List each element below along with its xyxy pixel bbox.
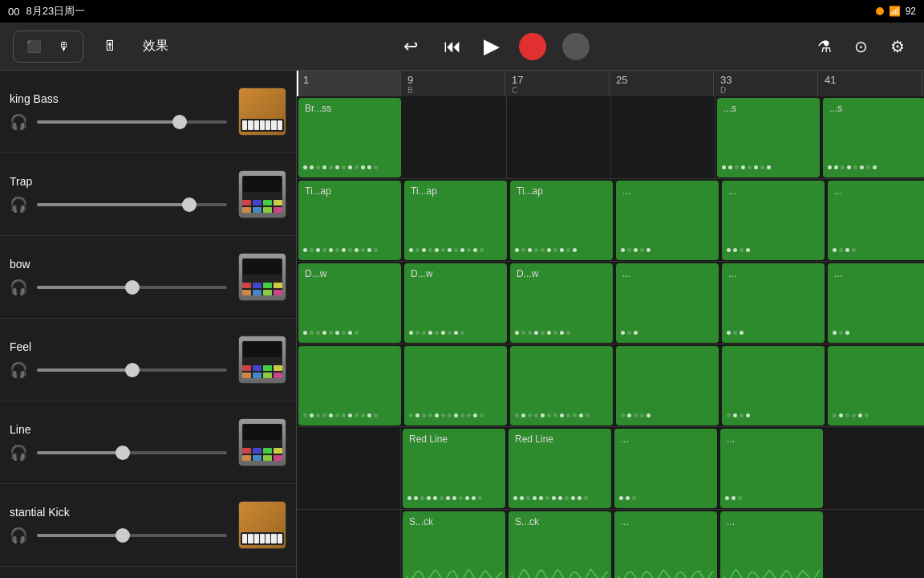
seq-row-3 [297, 344, 924, 427]
seq-cell-5-0[interactable] [297, 510, 401, 578]
status-time: 00 [8, 6, 19, 18]
seq-cell-4-2[interactable]: Red Line [509, 429, 611, 508]
track-controls-0: 🎧 [10, 113, 230, 131]
seq-cell-4-0[interactable] [297, 427, 401, 510]
seq-cell-0-2[interactable] [507, 96, 611, 179]
seq-cell-1-1[interactable]: Ti...ap [404, 181, 507, 260]
track-headphone-2[interactable]: 🎧 [10, 279, 27, 296]
cell-label-4-1: Red Line [409, 434, 448, 445]
seq-cell-5-5[interactable] [825, 510, 924, 578]
cell-label-2-0: D...w [305, 268, 326, 279]
track-slider-5[interactable] [37, 534, 227, 537]
cell-label-1-3: ... [622, 185, 630, 197]
effects-label: 效果 [143, 38, 168, 55]
loop-button[interactable] [562, 33, 590, 60]
seq-cell-1-2[interactable]: Ti...ap [510, 181, 613, 260]
seq-cell-2-4[interactable]: ... [722, 263, 825, 343]
seq-cell-5-2[interactable]: S...ck [509, 511, 611, 578]
cell-label-2-2: D...w [517, 268, 538, 279]
seq-cell-3-0[interactable] [298, 346, 401, 425]
track-controls-3: 🎧 [10, 361, 230, 379]
cell-label-5-1: S...ck [409, 516, 433, 527]
cell-dots-4-2 [513, 496, 606, 500]
seq-cell-1-3[interactable]: ... [616, 181, 719, 260]
cell-dots-2-3 [621, 331, 714, 335]
layout-button[interactable]: ⬛ [20, 35, 48, 59]
seq-cell-1-0[interactable]: Ti...ap [298, 181, 401, 260]
seq-row-4: Red LineRed Line......Red Line [297, 427, 924, 510]
track-slider-0[interactable] [37, 120, 227, 124]
track-thumbnail-3 [238, 336, 286, 384]
effects-button[interactable]: 效果 [136, 33, 175, 59]
headphone-button[interactable]: ⊙ [848, 32, 874, 61]
seq-cell-0-4[interactable]: ...s [717, 98, 820, 177]
cell-dots-2-2 [515, 331, 608, 335]
seq-cell-4-1[interactable]: Red Line [403, 429, 505, 508]
track-row-0: king Bass🎧 [0, 71, 296, 153]
seq-cell-0-1[interactable] [403, 96, 507, 179]
track-info-1: Trap🎧 [10, 175, 230, 214]
eq-icon: 🎚 [103, 38, 117, 55]
record-button[interactable] [519, 33, 546, 60]
status-right-icons: 📶 92 [876, 6, 916, 17]
track-slider-thumb-0[interactable] [172, 115, 187, 129]
seq-cell-1-4[interactable]: ... [722, 181, 825, 260]
mic-button[interactable]: 🎙 [51, 35, 76, 58]
track-headphone-3[interactable]: 🎧 [10, 361, 27, 379]
seq-cell-3-3[interactable] [616, 346, 719, 425]
sequencer[interactable]: 19B17C2533D41 Br...ss...s...sTi...apTi..… [297, 71, 924, 578]
seq-cell-2-0[interactable]: D...w [298, 263, 401, 343]
track-slider-thumb-5[interactable] [116, 528, 130, 543]
seq-cell-3-5[interactable] [828, 346, 924, 425]
track-slider-3[interactable] [37, 368, 227, 372]
track-thumbnail-2 [238, 253, 286, 301]
seq-cell-0-3[interactable] [611, 96, 715, 179]
track-name-5: stantial Kick [10, 506, 230, 519]
track-name-1: Trap [10, 175, 230, 188]
seq-cell-2-5[interactable]: ... [828, 263, 924, 343]
eq-button[interactable]: 🎚 [96, 33, 124, 59]
cell-label-1-1: Ti...ap [411, 185, 437, 197]
seq-cell-1-5[interactable]: ... [828, 181, 924, 260]
seq-cell-4-3[interactable]: ... [614, 429, 717, 508]
seq-cell-5-3[interactable]: ... [614, 511, 717, 578]
track-slider-thumb-2[interactable] [125, 280, 140, 295]
track-name-0: king Bass [10, 92, 230, 105]
track-headphone-1[interactable]: 🎧 [10, 196, 27, 214]
seq-cell-0-5[interactable]: ...s [823, 98, 924, 177]
play-button[interactable]: ▶ [480, 31, 503, 62]
track-slider-1[interactable] [37, 203, 227, 206]
seq-cell-4-4[interactable]: ... [720, 429, 823, 508]
cell-label-1-5: ... [834, 185, 842, 197]
timeline-header: 19B17C2533D41 [297, 71, 924, 96]
seq-cell-5-4[interactable]: ... [720, 511, 823, 578]
metronome-button[interactable]: ⚗ [811, 32, 838, 61]
seq-cell-5-1[interactable]: S...ck [403, 511, 505, 578]
seq-cell-3-4[interactable] [722, 346, 825, 425]
track-headphone-4[interactable]: 🎧 [10, 444, 27, 462]
track-headphone-0[interactable]: 🎧 [10, 113, 27, 131]
settings-button[interactable]: ⚙ [884, 32, 911, 61]
status-date: 8月23日周一 [26, 4, 85, 18]
seq-cell-2-1[interactable]: D...w [404, 263, 507, 343]
track-slider-thumb-3[interactable] [125, 363, 140, 377]
track-row-4: Line🎧 [0, 401, 296, 484]
seq-cell-3-1[interactable] [404, 346, 507, 425]
track-headphone-5[interactable]: 🎧 [10, 527, 27, 544]
track-slider-2[interactable] [37, 286, 227, 289]
track-slider-thumb-1[interactable] [182, 197, 197, 212]
transport-controls: ↩ ⏮ ▶ [188, 31, 798, 62]
undo-button[interactable]: ↩ [397, 31, 424, 62]
track-info-2: bow🎧 [10, 258, 230, 296]
seq-cell-0-0[interactable]: Br...ss [298, 98, 401, 177]
track-slider-thumb-4[interactable] [116, 446, 130, 460]
seq-row-5: S...ckS...ck......S...ck [297, 510, 924, 578]
seq-cell-2-2[interactable]: D...w [510, 263, 613, 343]
seq-cell-4-5[interactable] [825, 427, 924, 510]
track-thumbnail-1 [238, 170, 286, 218]
seq-cell-3-2[interactable] [510, 346, 613, 425]
track-row-1: Trap🎧 [0, 153, 296, 236]
track-slider-4[interactable] [37, 451, 227, 454]
rewind-button[interactable]: ⏮ [440, 33, 464, 60]
seq-cell-2-3[interactable]: ... [616, 263, 719, 343]
